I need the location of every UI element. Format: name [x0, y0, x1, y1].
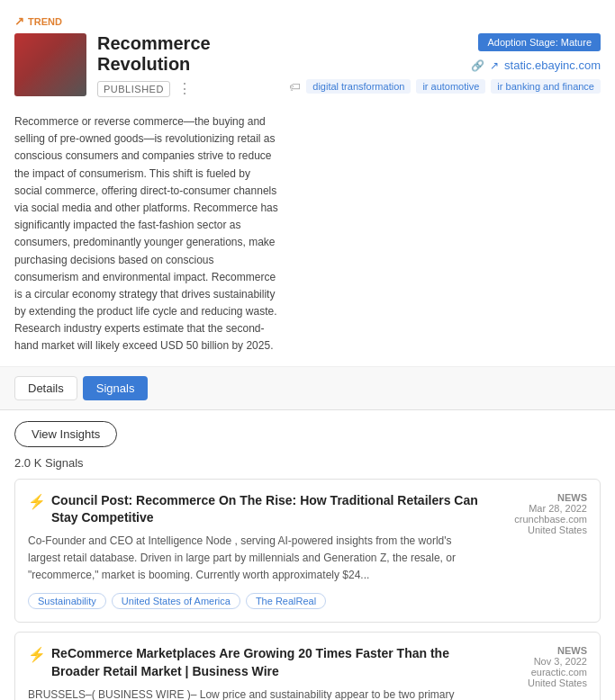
- tabs-section: Details Signals: [0, 367, 615, 410]
- tab-signals[interactable]: Signals: [83, 376, 149, 400]
- article-tag-0[interactable]: digital transformation: [306, 79, 411, 94]
- card-1-left: ⚡ Council Post: Recommerce On The Rise: …: [28, 492, 479, 610]
- card-1-country: United States: [488, 525, 587, 535]
- card-2-type: NEWS: [488, 645, 587, 656]
- header-right: Adoption Stage: Mature 🔗 ↗ static.ebayin…: [289, 33, 601, 94]
- adoption-badge: Adoption Stage: Mature: [478, 33, 601, 51]
- card-2-country: United States: [488, 678, 587, 688]
- card-1-tag-2[interactable]: The RealReal: [246, 593, 326, 609]
- link-icon: 🔗: [471, 59, 484, 72]
- card-1-right: NEWS Mar 28, 2022 crunchbase.com United …: [488, 492, 587, 535]
- tag-icon-row: 🏷 digital transformationir automotiveir …: [289, 79, 601, 94]
- card-2-title: ⚡ ReCommerce Marketplaces Are Growing 20…: [28, 645, 479, 680]
- article-tags: digital transformationir automotiveir ba…: [306, 79, 601, 94]
- card-1-type: NEWS: [488, 492, 587, 503]
- signal-card-2: ⚡ ReCommerce Marketplaces Are Growing 20…: [14, 632, 601, 700]
- published-badge: PUBLISHED: [97, 81, 170, 97]
- card-2-date: Nov 3, 2022: [488, 656, 587, 667]
- trend-label: ↗ TREND: [14, 14, 601, 28]
- card-1-date: Mar 28, 2022: [488, 503, 587, 514]
- trend-arrow-icon: ↗: [14, 14, 24, 28]
- card-1-desc: Co-Founder and CEO at Intelligence Node …: [28, 533, 479, 585]
- card-2-desc: BRUSSELS–( BUSINESS WIRE )– Low price an…: [28, 687, 479, 700]
- card-1-tag-1[interactable]: United States of America: [112, 593, 240, 609]
- signal-card-1: ⚡ Council Post: Recommerce On The Rise: …: [14, 479, 601, 624]
- card-1-tags: Sustainability United States of America …: [28, 593, 479, 609]
- card-2-left: ⚡ ReCommerce Marketplaces Are Growing 20…: [28, 645, 479, 700]
- external-icon: ↗: [490, 59, 499, 72]
- card-2-header: ⚡ ReCommerce Marketplaces Are Growing 20…: [28, 645, 587, 700]
- header-section: ↗ TREND Recommerce Revolution PUBLISHED …: [0, 0, 615, 367]
- card-1-source: crunchbase.com: [488, 514, 587, 525]
- more-options-icon[interactable]: ⋮: [177, 80, 192, 97]
- article-description: Recommerce or reverse commerce—the buyin…: [14, 113, 278, 355]
- page-wrapper: ↗ TREND Recommerce Revolution PUBLISHED …: [0, 0, 615, 700]
- article-thumbnail: [14, 33, 86, 96]
- signals-section: View Insights 2.0 K Signals ⚡ Council Po…: [0, 410, 615, 700]
- card-2-source: euractic.com: [488, 667, 587, 678]
- page-title: Recommerce Revolution: [97, 33, 278, 75]
- signals-count: 2.0 K Signals: [14, 456, 601, 470]
- tab-details[interactable]: Details: [14, 376, 77, 400]
- card-1-title: ⚡ Council Post: Recommerce On The Rise: …: [28, 492, 479, 527]
- published-row: PUBLISHED ⋮: [97, 80, 278, 97]
- external-link-text[interactable]: static.ebayinc.com: [504, 58, 601, 72]
- lightning-icon-2: ⚡: [28, 645, 46, 665]
- external-link-row[interactable]: 🔗 ↗ static.ebayinc.com: [471, 58, 601, 72]
- card-2-right: NEWS Nov 3, 2022 euractic.com United Sta…: [488, 645, 587, 688]
- card-1-header: ⚡ Council Post: Recommerce On The Rise: …: [28, 492, 587, 610]
- view-insights-button[interactable]: View Insights: [14, 421, 117, 447]
- lightning-icon-1: ⚡: [28, 492, 46, 512]
- card-1-tag-0[interactable]: Sustainability: [28, 593, 106, 609]
- header-title-area: Recommerce Revolution PUBLISHED ⋮: [97, 33, 278, 97]
- article-tag-1[interactable]: ir automotive: [416, 79, 485, 94]
- article-tag-2[interactable]: ir banking and finance: [491, 79, 601, 94]
- tag-icon: 🏷: [289, 80, 301, 94]
